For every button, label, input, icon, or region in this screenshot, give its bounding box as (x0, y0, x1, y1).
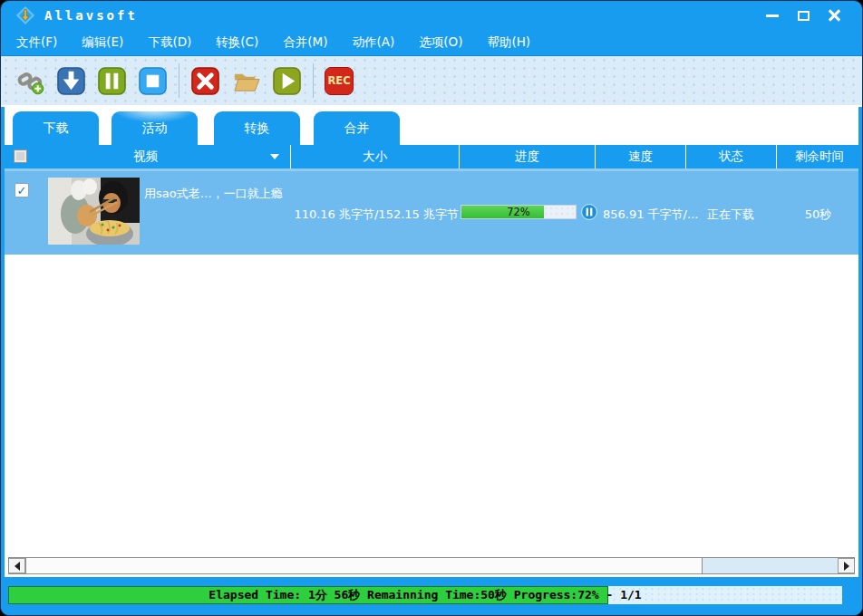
delete-task-button[interactable] (191, 67, 219, 95)
record-button[interactable]: REC (325, 67, 354, 95)
column-status[interactable]: 状态 (686, 145, 777, 168)
menu-download[interactable]: 下载(D) (140, 32, 199, 53)
status-text: Elapsed Time: 1分 56秒 Remainning Time:50秒… (8, 586, 842, 604)
close-button[interactable] (819, 5, 849, 26)
column-label: 剩余时间 (795, 149, 844, 165)
tab-convert[interactable]: 转换 (214, 111, 300, 145)
horizontal-scrollbar[interactable] (8, 557, 855, 574)
column-progress[interactable]: 进度 (460, 145, 596, 168)
menu-action[interactable]: 动作(A) (344, 32, 402, 53)
menu-options[interactable]: 选项(O) (411, 32, 470, 53)
overall-progress-bar: Elapsed Time: 1分 56秒 Remainning Time:50秒… (8, 586, 842, 604)
download-size: 110.16 兆字节/152.15 兆字节 (291, 207, 459, 223)
table-header: 视频 大小 进度 速度 状态 剩余时间 (1, 145, 862, 168)
column-size[interactable]: 大小 (291, 145, 460, 168)
menu-edit[interactable]: 编辑(E) (73, 32, 131, 53)
window-title: Allavsoft (44, 8, 138, 23)
column-label: 进度 (515, 149, 539, 165)
tab-download[interactable]: 下载 (13, 111, 99, 145)
select-all-checkbox[interactable] (14, 149, 27, 163)
menu-help[interactable]: 帮助(H) (479, 32, 538, 53)
download-list: ✓ 用sao式老…，一口就上瘾 110.1 (1, 168, 862, 555)
pause-task-icon[interactable] (581, 204, 597, 220)
play-media-button[interactable] (273, 67, 301, 95)
pause-download-button[interactable] (98, 67, 126, 95)
video-thumbnail (48, 178, 140, 245)
tab-activity[interactable]: 活动 (112, 111, 198, 145)
status-badge: 正在下载 (685, 207, 776, 223)
download-row[interactable]: ✓ 用sao式老…，一口就上瘾 110.1 (5, 168, 858, 255)
column-label: 大小 (363, 149, 387, 165)
download-speed: 856.91 千字节/... (603, 207, 698, 223)
scroll-left-button[interactable] (9, 558, 25, 573)
arrow-left-icon (15, 562, 20, 571)
title-bar: Allavsoft (1, 1, 862, 30)
toolbar: REC (1, 55, 862, 107)
close-icon (828, 9, 840, 22)
check-icon: ✓ (17, 184, 27, 197)
menu-file[interactable]: 文件(F) (8, 32, 65, 53)
arrow-right-icon (844, 562, 849, 571)
tab-merge[interactable]: 合并 (314, 111, 400, 145)
scrollbar-thumb[interactable] (25, 558, 703, 573)
row-progress-bar: 72% (461, 205, 577, 219)
column-remaining-time[interactable]: 剩余时间 (777, 145, 862, 168)
remaining-time: 50秒 (776, 207, 860, 223)
minimize-button[interactable] (757, 5, 788, 26)
menu-merge[interactable]: 合并(M) (275, 32, 335, 53)
column-label: 状态 (719, 149, 743, 165)
video-title: 用sao式老…，一口就上瘾 (144, 186, 283, 202)
column-video[interactable]: 视频 (1, 145, 291, 168)
app-logo-icon (15, 5, 35, 25)
minimize-icon (766, 14, 779, 17)
row-checkbox[interactable]: ✓ (15, 183, 29, 197)
maximize-button[interactable] (788, 5, 819, 26)
add-download-link-button[interactable] (16, 67, 44, 95)
chevron-down-icon[interactable] (270, 154, 279, 159)
toolbar-separator (313, 63, 314, 98)
column-label: 速度 (628, 149, 653, 165)
scrollbar-strip (1, 555, 862, 577)
column-speed[interactable]: 速度 (596, 145, 686, 168)
open-folder-button[interactable] (232, 67, 260, 95)
scroll-right-button[interactable] (838, 558, 854, 573)
status-bar: Elapsed Time: 1分 56秒 Remainning Time:50秒… (1, 577, 862, 615)
tab-strip: 下载 活动 转换 合并 (1, 107, 862, 145)
menu-bar: 文件(F) 编辑(E) 下载(D) 转换(C) 合并(M) 动作(A) 选项(O… (1, 30, 862, 55)
start-download-button[interactable] (57, 67, 85, 95)
stop-download-button[interactable] (139, 67, 167, 95)
column-label: 视频 (133, 149, 158, 165)
toolbar-separator (179, 63, 179, 98)
maximize-icon (798, 11, 810, 21)
row-progress-label: 72% (461, 206, 576, 218)
menu-convert[interactable]: 转换(C) (208, 32, 267, 53)
allavsoft-window: Allavsoft 文件(F) 编辑(E) 下载(D) 转换(C) 合并(M) … (0, 0, 863, 616)
